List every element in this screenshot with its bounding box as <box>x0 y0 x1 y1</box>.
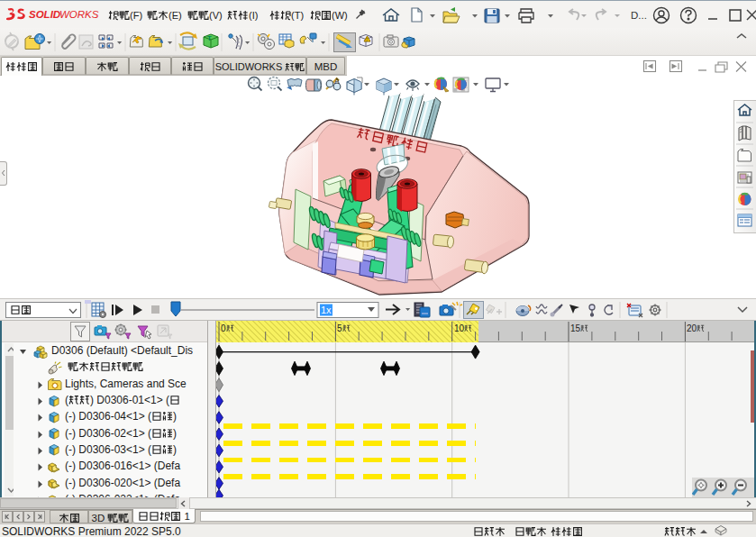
svg-text:D...: D... <box>631 10 647 21</box>
svg-text:T: T <box>207 34 212 42</box>
svg-text:WORKS: WORKS <box>59 9 99 20</box>
svg-text:1x: 1x <box>321 305 332 315</box>
svg-text:A: A <box>334 77 340 86</box>
svg-text:SOLID: SOLID <box>29 9 60 20</box>
